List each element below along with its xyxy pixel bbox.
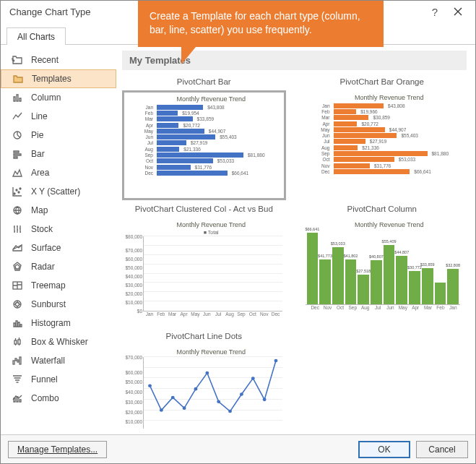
template-name: PivotChart Bar <box>177 77 231 87</box>
sidebar-label: Recent <box>31 55 59 65</box>
manage-templates-button[interactable]: Manage Templates... <box>8 441 107 458</box>
area-icon <box>11 167 24 179</box>
templates-header: My Templates <box>122 51 467 70</box>
sidebar-item-line[interactable]: Line <box>1 107 116 126</box>
svg-point-24 <box>251 377 255 380</box>
svg-rect-10 <box>18 340 20 344</box>
svg-point-8 <box>16 303 20 306</box>
sidebar-label: Combo <box>31 393 59 403</box>
sidebar-item-stock[interactable]: Stock <box>1 220 116 239</box>
funnel-icon <box>11 374 24 385</box>
dialog-footer: Manage Templates... OK Cancel <box>1 434 475 463</box>
sidebar-item-combo[interactable]: Combo <box>1 389 116 408</box>
waterfall-icon <box>11 355 24 366</box>
boxwhisker-icon <box>11 336 24 348</box>
ok-button[interactable]: OK <box>358 441 410 458</box>
tab-all-charts[interactable]: All Charts <box>7 27 66 45</box>
sidebar-item-surface[interactable]: Surface <box>1 239 116 257</box>
sidebar-label: Surface <box>31 243 61 253</box>
svg-point-25 <box>263 398 267 402</box>
chart-thumbnail: Monthly Revenue Trend ■ Total $0$10,000$… <box>122 218 286 327</box>
column-bars <box>144 236 282 311</box>
sidebar-item-pie[interactable]: Pie <box>1 126 116 145</box>
sidebar-item-sunburst[interactable]: Sunburst <box>1 295 116 314</box>
svg-point-16 <box>160 408 163 412</box>
sidebar-label: Sunburst <box>31 299 66 309</box>
svg-rect-11 <box>13 361 14 364</box>
chart-type-sidebar: Recent Templates Column Line Pie Bar <box>1 45 116 434</box>
sidebar-label: Stock <box>31 224 53 234</box>
sidebar-label: Radar <box>31 262 55 272</box>
help-button[interactable]: ? <box>423 1 446 22</box>
stock-icon <box>11 223 24 235</box>
sidebar-item-templates[interactable]: Templates <box>1 69 116 88</box>
svg-rect-12 <box>15 358 17 361</box>
chart-title: Monthly Revenue Trend <box>140 348 282 356</box>
combo-icon <box>11 392 24 404</box>
svg-point-20 <box>205 371 209 375</box>
svg-point-21 <box>217 400 220 404</box>
template-pivotchart-bar-orange[interactable]: PivotChart Bar Orange Monthly Revenue Tr… <box>300 77 464 200</box>
sidebar-item-bar[interactable]: Bar <box>1 145 116 163</box>
svg-point-17 <box>171 396 175 400</box>
svg-point-15 <box>148 384 152 387</box>
close-icon <box>454 7 462 16</box>
sidebar-item-scatter[interactable]: X Y (Scatter) <box>1 182 116 201</box>
surface-icon <box>11 242 24 254</box>
template-name: PivotChart Bar Orange <box>340 77 424 87</box>
chart-title: Monthly Revenue Trend <box>319 221 461 228</box>
sidebar-label: Box & Whisker <box>31 337 88 347</box>
sidebar-label: Treemap <box>31 280 66 291</box>
bar-chart-blue: Jan$43,808Feb$19,954Mar$33,859Apr$20,772… <box>142 104 281 176</box>
scatter-icon <box>11 186 24 197</box>
template-pivotchart-line-dots[interactable]: PivotChart Line Dots Monthly Revenue Tre… <box>122 332 286 429</box>
template-name: PivotChart Line Dots <box>166 332 242 342</box>
svg-point-3 <box>18 192 20 193</box>
sidebar-label: Map <box>31 205 48 215</box>
templates-icon <box>12 73 25 85</box>
svg-point-19 <box>194 387 198 391</box>
chart-thumbnail: Monthly Revenue Trend $0$10,000$20,000$3… <box>122 345 286 429</box>
dialog-body: Recent Templates Column Line Pie Bar <box>1 45 475 434</box>
chart-thumbnail: Monthly Revenue Trend Jan$43,808Feb$19,9… <box>122 90 286 200</box>
sidebar-item-recent[interactable]: Recent <box>1 51 116 69</box>
chart-title: Monthly Revenue Trend <box>142 95 281 103</box>
treemap-icon <box>11 280 24 291</box>
chart-legend: ■ Total <box>140 230 282 235</box>
map-icon <box>11 205 24 216</box>
cancel-button[interactable]: Cancel <box>416 441 468 458</box>
sidebar-label: Histogram <box>31 318 71 328</box>
template-grid: PivotChart Bar Monthly Revenue Trend Jan… <box>122 77 467 429</box>
chart-thumbnail: Monthly Revenue Trend Jan$43,808Feb$19,9… <box>300 90 464 200</box>
radar-icon <box>11 261 24 272</box>
sidebar-item-waterfall[interactable]: Waterfall <box>1 351 116 370</box>
template-pivotchart-column[interactable]: PivotChart Column Monthly Revenue Trend … <box>300 205 464 327</box>
line-icon <box>11 111 24 122</box>
sidebar-item-radar[interactable]: Radar <box>1 257 116 276</box>
sidebar-item-column[interactable]: Column <box>1 88 116 107</box>
sidebar-item-funnel[interactable]: Funnel <box>1 370 116 389</box>
recent-icon <box>11 54 24 66</box>
close-button[interactable] <box>446 1 469 22</box>
sidebar-item-histogram[interactable]: Histogram <box>1 314 116 332</box>
column-chart-area: $66,641$41,773$53,033$41,802$27,518$40,8… <box>306 230 461 305</box>
svg-rect-9 <box>14 340 17 344</box>
sidebar-item-treemap[interactable]: Treemap <box>1 276 116 295</box>
svg-point-22 <box>228 410 232 413</box>
sidebar-item-area[interactable]: Area <box>1 163 116 182</box>
y-axis-labels: $0$10,000$20,000$30,000$40,000$50,000$60… <box>125 357 142 429</box>
sidebar-item-map[interactable]: Map <box>1 201 116 220</box>
sidebar-item-boxwhisker[interactable]: Box & Whisker <box>1 332 116 351</box>
template-name: PivotChart Clustered Col - Act vs Bud <box>135 205 273 215</box>
chart-thumbnail: Monthly Revenue Trend $66,641$41,773$53,… <box>300 218 464 327</box>
sidebar-label: Templates <box>32 74 72 84</box>
svg-rect-13 <box>17 360 19 362</box>
column-icon <box>11 92 24 103</box>
line-path <box>144 357 282 429</box>
sidebar-label: X Y (Scatter) <box>31 186 80 197</box>
sidebar-label: Area <box>31 168 49 178</box>
template-pivotchart-bar[interactable]: PivotChart Bar Monthly Revenue Trend Jan… <box>122 77 286 200</box>
svg-point-26 <box>274 359 278 363</box>
sidebar-label: Funnel <box>31 374 58 384</box>
template-pivotchart-clustered-col[interactable]: PivotChart Clustered Col - Act vs Bud Mo… <box>122 205 286 327</box>
